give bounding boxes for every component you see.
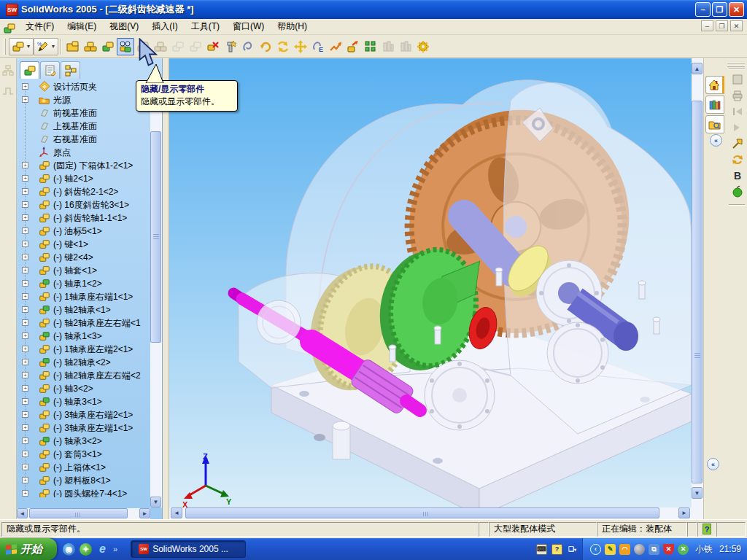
expander-icon[interactable]: + xyxy=(22,214,28,221)
tree-item[interactable]: +(-) 轴承1<2> xyxy=(17,277,150,290)
messenger-icon[interactable]: ✦ xyxy=(80,543,92,556)
scroll-down-arrow[interactable]: ▼ xyxy=(150,497,161,508)
tree-item[interactable]: +(-) 轴2轴承座左右端<2 xyxy=(17,369,150,382)
title-bar[interactable]: SW SolidWorks 2005 - [二级斜齿轮减速器 *] – ❐ ✕ xyxy=(0,0,747,19)
printer-icon[interactable] xyxy=(730,89,745,102)
expander-icon[interactable]: + xyxy=(22,267,28,273)
tree-item[interactable]: +(-) 油标5<1> xyxy=(17,225,150,238)
expander-icon[interactable]: + xyxy=(22,385,28,392)
menu-i[interactable]: 插入(I) xyxy=(145,20,184,33)
status-tray-icon[interactable]: ✕ xyxy=(678,544,689,555)
expander-icon[interactable]: + xyxy=(22,306,28,313)
tree-item[interactable]: +(固定) 下箱体1-2<1> xyxy=(17,159,150,172)
tree-item[interactable]: +(-) 轴2轴承座左右端<1 xyxy=(17,316,150,330)
messenger-tray-icon[interactable]: ◠ xyxy=(619,544,630,555)
component-pattern-button[interactable] xyxy=(362,38,379,55)
reorder-component-button[interactable] xyxy=(344,38,362,55)
scroll-down-arrow[interactable]: ▼ xyxy=(692,487,703,499)
tree-item[interactable]: +(-) 轴承1<3> xyxy=(17,330,150,343)
quick-launch-overflow[interactable]: » xyxy=(113,545,117,553)
front-boss-left[interactable] xyxy=(425,360,495,430)
insert-component-button[interactable]: ▼ xyxy=(9,38,34,55)
bglyph-icon[interactable]: B xyxy=(730,169,745,182)
hide-icons-chevron[interactable]: ‹ xyxy=(590,544,601,555)
viewport-horizontal-scrollbar[interactable]: ◄ ► xyxy=(169,508,692,519)
smart-fasteners-button[interactable] xyxy=(222,38,239,55)
tree-item[interactable]: +(-) 轴承3<2> xyxy=(17,435,150,448)
move-component-button[interactable] xyxy=(292,38,309,55)
mate-reference-button[interactable]: E xyxy=(309,38,327,55)
tree-item[interactable]: +(-) 塑料板8<1> xyxy=(17,474,150,487)
expander-icon[interactable]: + xyxy=(22,188,28,195)
expander-icon[interactable]: + xyxy=(22,254,28,260)
viewport-vertical-scrollbar[interactable]: ▲ ▼ xyxy=(692,58,703,519)
graphics-viewport[interactable]: Z Y X xyxy=(169,58,692,508)
menu-v[interactable]: 视图(V) xyxy=(103,20,145,33)
rotate-component-button[interactable] xyxy=(274,38,292,55)
expander-icon[interactable]: + xyxy=(22,372,28,378)
taskpane-grip[interactable] xyxy=(727,62,745,63)
network-tray-icon[interactable]: ⧉ xyxy=(649,544,659,555)
tree-item[interactable]: +(-) 3轴承座左端1<1> xyxy=(17,421,150,435)
quick-tips-help-icon[interactable]: ? xyxy=(703,524,711,534)
tree-item[interactable]: +(-) 轴套<1> xyxy=(17,264,150,277)
keyboard-icon[interactable]: ⌨ xyxy=(536,544,547,555)
pin-icon[interactable] xyxy=(730,137,745,150)
scroll-right-arrow[interactable]: ► xyxy=(678,508,690,518)
mdi-restore-button[interactable]: ❐ xyxy=(716,20,728,31)
mdi-minimize-button[interactable]: – xyxy=(701,20,713,31)
exploded-view-button[interactable] xyxy=(82,38,99,55)
volume-tray-icon[interactable] xyxy=(634,544,645,555)
media-player-icon[interactable]: ◉ xyxy=(63,543,75,556)
tree-item[interactable]: +光源 xyxy=(17,93,150,106)
expander-icon[interactable]: + xyxy=(22,162,28,168)
restore-button[interactable]: ❐ xyxy=(712,2,727,17)
taskpane-tab-design-library[interactable] xyxy=(705,96,724,114)
next-icon[interactable] xyxy=(730,121,745,134)
tree-vertical-scrollbar[interactable]: ▲ ▼ xyxy=(150,80,162,508)
scroll-thumb[interactable] xyxy=(29,508,128,518)
tree-item[interactable]: +(-) 16度斜齿轮3<1> xyxy=(17,198,150,211)
ime-help-icon[interactable]: ? xyxy=(551,544,562,555)
tree-item[interactable]: +(-) 圆头螺栓7-4<1> xyxy=(17,487,150,497)
taskbar-item-solidworks[interactable]: SW SolidWorks 2005 ... xyxy=(131,540,246,558)
bearing-housing-left[interactable] xyxy=(257,300,301,344)
tree-item[interactable]: 前视基准面 xyxy=(17,106,150,120)
tab-propertymanager[interactable] xyxy=(40,61,60,79)
tree-item[interactable]: +(-) 键<1> xyxy=(17,238,150,251)
expander-icon[interactable]: + xyxy=(22,293,28,300)
tree-item[interactable]: +(-) 3轴承座右端2<1> xyxy=(17,408,150,421)
expander-icon[interactable]: + xyxy=(22,280,28,287)
taskpane-tab-file-explorer[interactable] xyxy=(705,115,724,133)
tree-item[interactable]: +(-) 1轴承座左端2<1> xyxy=(17,343,150,356)
scroll-up-arrow[interactable]: ▲ xyxy=(692,63,703,74)
collapse-taskpane-button[interactable]: « xyxy=(710,134,722,147)
tree-item[interactable]: +设计活页夹 xyxy=(17,80,150,93)
delete-component-button[interactable] xyxy=(204,38,222,55)
collapse-taskpane-button-bottom[interactable]: « xyxy=(707,458,719,470)
scroll-thumb[interactable] xyxy=(692,101,703,483)
toolbar-grip[interactable] xyxy=(4,39,6,55)
assembly-model[interactable] xyxy=(169,58,692,508)
apple-icon[interactable] xyxy=(730,185,745,198)
taskpane-grip[interactable] xyxy=(727,66,745,67)
taskpane-tab-solidworks-resources[interactable] xyxy=(705,76,724,94)
menu-f[interactable]: 文件(F) xyxy=(19,20,61,33)
expander-icon[interactable]: + xyxy=(22,228,28,234)
scroll-thumb[interactable] xyxy=(185,508,659,518)
expander-icon[interactable]: + xyxy=(22,411,28,418)
refresh-icon[interactable] xyxy=(730,153,745,166)
hide-show-components-button[interactable] xyxy=(117,38,134,55)
minimize-button[interactable]: – xyxy=(695,2,711,17)
expander-icon[interactable]: + xyxy=(22,346,28,352)
tree-item[interactable]: +(-) 上箱体<1> xyxy=(17,461,150,474)
tree-item[interactable]: +(-) 轴2轴承<2> xyxy=(17,356,150,369)
replace-component-button[interactable] xyxy=(257,38,274,55)
expander-icon[interactable]: + xyxy=(22,464,28,470)
menu-e[interactable]: 编辑(E) xyxy=(61,20,103,33)
exploded-line-button[interactable] xyxy=(327,38,344,55)
mdi-close-button[interactable]: ✕ xyxy=(730,20,743,31)
assembly-transparency-button[interactable] xyxy=(99,38,117,55)
expander-icon[interactable]: + xyxy=(22,175,28,182)
menu-w[interactable]: 窗口(W) xyxy=(226,20,271,33)
